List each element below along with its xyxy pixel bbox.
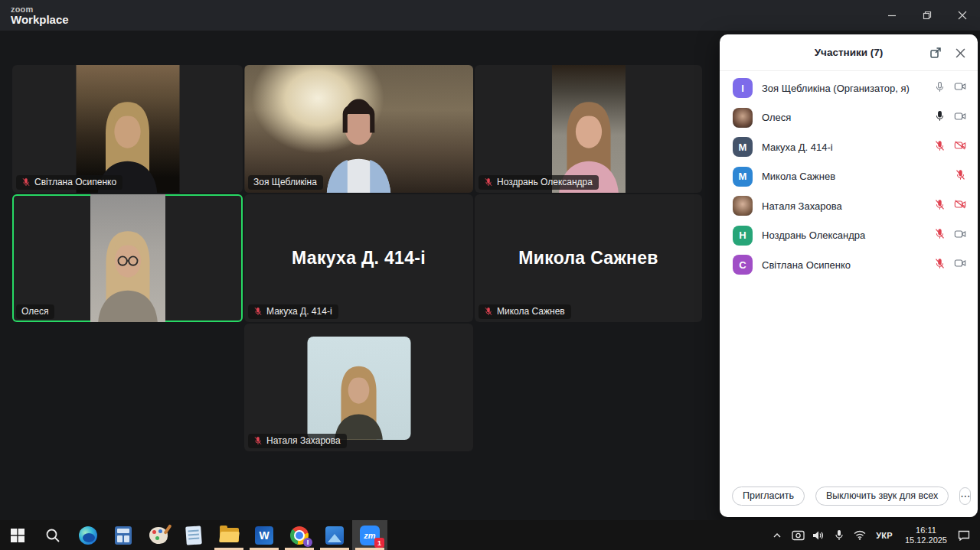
participants-panel: Участники (7) IЗоя Щебликіна (Организато… bbox=[720, 34, 978, 517]
participant-status-icons bbox=[955, 169, 966, 184]
zoom-badge: 1 bbox=[374, 538, 384, 548]
participant-row[interactable]: ННоздрань Олександра bbox=[720, 221, 978, 251]
camera-on-icon[interactable] bbox=[954, 228, 966, 243]
screen-share-icon[interactable] bbox=[791, 530, 805, 541]
microphone-icon[interactable] bbox=[832, 529, 846, 541]
clock-time: 16:11 bbox=[905, 526, 947, 535]
camera-on-icon[interactable] bbox=[954, 80, 966, 96]
participant-row[interactable]: Олеся bbox=[720, 103, 978, 133]
mute-all-button[interactable]: Выключить звук для всех bbox=[815, 487, 949, 506]
participant-name: Наталя Захарова bbox=[762, 200, 842, 212]
participants-panel-header: Участники (7) bbox=[720, 34, 978, 71]
video-tile-svitlana[interactable]: Світлана Осипенко bbox=[12, 65, 243, 193]
more-options-button[interactable]: ⋯ bbox=[959, 487, 971, 505]
participant-row[interactable]: ССвітлана Осипенко bbox=[720, 250, 978, 280]
explorer-taskbar-icon[interactable] bbox=[211, 520, 247, 550]
participant-video bbox=[90, 194, 165, 322]
participants-footer: Пригласить Выключить звук для всех ⋯ bbox=[720, 487, 978, 506]
mic-active-icon[interactable] bbox=[934, 110, 946, 125]
avatar: I bbox=[733, 78, 753, 98]
video-tile-natalya[interactable]: Наталя Захарова bbox=[244, 324, 473, 451]
camera-off-icon[interactable] bbox=[954, 198, 966, 213]
app-logo: zoom Workplace bbox=[11, 5, 69, 26]
camera-on-icon[interactable] bbox=[954, 110, 966, 125]
tile-name-label: Макуха Д. 414-і bbox=[248, 304, 338, 319]
mic-on-icon[interactable] bbox=[934, 81, 946, 96]
windows-taskbar: WIzm1 УКР 16:11 15.12.2025 bbox=[0, 520, 980, 550]
zoom-workplace-window: zoom Workplace Світлана ОсипенкоЗоя Щебл… bbox=[0, 0, 980, 550]
participant-name: Микола Сажнев bbox=[762, 171, 835, 182]
participant-name: Світлана Осипенко bbox=[762, 259, 851, 271]
word-taskbar-icon[interactable]: W bbox=[247, 520, 282, 550]
wifi-icon[interactable] bbox=[853, 530, 867, 540]
video-tile-mykola[interactable]: Микола СажневМикола Сажнев bbox=[475, 194, 702, 322]
camera-off-icon[interactable] bbox=[954, 139, 966, 155]
chrome-taskbar-icon[interactable]: I bbox=[282, 520, 317, 550]
calculator-taskbar-icon[interactable] bbox=[106, 520, 141, 550]
participant-video bbox=[244, 65, 473, 193]
tile-name-text: Наталя Захарова bbox=[266, 435, 341, 446]
participant-video bbox=[307, 337, 410, 440]
muted-mic-icon bbox=[253, 436, 263, 445]
mic-muted-icon[interactable] bbox=[934, 228, 946, 242]
video-tile-olesya[interactable]: Олеся bbox=[12, 194, 243, 322]
participant-status-icons bbox=[934, 80, 966, 96]
close-button[interactable] bbox=[945, 0, 980, 31]
muted-mic-icon bbox=[21, 177, 31, 187]
participant-row[interactable]: IЗоя Щебликіна (Организатор, я) bbox=[720, 73, 978, 103]
close-panel-icon[interactable] bbox=[952, 44, 969, 61]
logo-zoom: zoom bbox=[11, 5, 69, 14]
avatar: С bbox=[733, 255, 753, 275]
camera-on-icon[interactable] bbox=[954, 257, 966, 272]
participant-status-icons bbox=[934, 198, 966, 213]
avatar: М bbox=[733, 137, 753, 157]
video-tile-makukha[interactable]: Макуха Д. 414-іМакуха Д. 414-і bbox=[244, 194, 473, 322]
participant-video bbox=[76, 65, 179, 193]
start-taskbar-icon[interactable] bbox=[0, 520, 35, 550]
participant-row[interactable]: Наталя Захарова bbox=[720, 191, 978, 221]
avatar-photo bbox=[733, 108, 753, 128]
participant-row[interactable]: ММикола Сажнев bbox=[720, 162, 978, 192]
window-controls bbox=[874, 0, 980, 31]
search-taskbar-icon[interactable] bbox=[35, 520, 70, 550]
tile-name-text: Микола Сажнев bbox=[497, 306, 565, 317]
mic-muted-icon[interactable] bbox=[934, 199, 946, 213]
volume-icon[interactable] bbox=[812, 530, 825, 541]
video-tile-nozdran[interactable]: Ноздрань Олександра bbox=[475, 65, 702, 193]
participant-row[interactable]: ММакуха Д. 414-і bbox=[720, 132, 978, 162]
mic-muted-icon[interactable] bbox=[955, 169, 966, 184]
muted-mic-icon bbox=[484, 177, 493, 187]
participant-name: Зоя Щебликіна (Организатор, я) bbox=[762, 83, 910, 94]
participant-name: Макуха Д. 414-і bbox=[762, 142, 833, 153]
clock[interactable]: 16:11 15.12.2025 bbox=[902, 526, 950, 545]
chrome-badge: I bbox=[303, 538, 312, 547]
participant-name: Олеся bbox=[762, 112, 791, 123]
zoom-taskbar-icon[interactable]: zm1 bbox=[352, 520, 387, 550]
muted-mic-icon bbox=[484, 307, 493, 316]
participant-status-icons bbox=[934, 228, 966, 243]
restore-button[interactable] bbox=[910, 0, 945, 31]
edge-taskbar-icon[interactable] bbox=[70, 520, 106, 550]
notepad-taskbar-icon[interactable] bbox=[176, 520, 211, 550]
minimize-button[interactable] bbox=[874, 0, 910, 31]
tile-name-text: Макуха Д. 414-і bbox=[266, 306, 332, 317]
invite-button[interactable]: Пригласить bbox=[732, 487, 805, 506]
chevron-up-icon[interactable] bbox=[770, 531, 784, 540]
participant-name: Ноздрань Олександра bbox=[762, 229, 865, 241]
popout-icon[interactable] bbox=[927, 44, 944, 61]
action-center-icon[interactable] bbox=[957, 530, 971, 541]
avatar-photo bbox=[733, 196, 753, 216]
titlebar: zoom Workplace bbox=[0, 0, 980, 31]
mic-muted-icon[interactable] bbox=[934, 140, 946, 155]
tile-name-label: Наталя Захарова bbox=[248, 434, 347, 448]
photos-taskbar-icon[interactable] bbox=[317, 520, 352, 550]
participants-title: Участники (7) bbox=[815, 47, 884, 58]
video-tile-zoya[interactable]: Зоя Щебликіна bbox=[244, 65, 473, 193]
mic-muted-icon[interactable] bbox=[934, 258, 946, 272]
logo-workplace: Workplace bbox=[11, 14, 69, 26]
tile-name-text: Ноздрань Олександра bbox=[497, 177, 593, 187]
system-tray: УКР 16:11 15.12.2025 bbox=[770, 520, 980, 550]
language-indicator[interactable]: УКР bbox=[874, 531, 895, 540]
paint-taskbar-icon[interactable] bbox=[141, 520, 176, 550]
tile-display-name: Микола Сажнев bbox=[475, 194, 702, 322]
